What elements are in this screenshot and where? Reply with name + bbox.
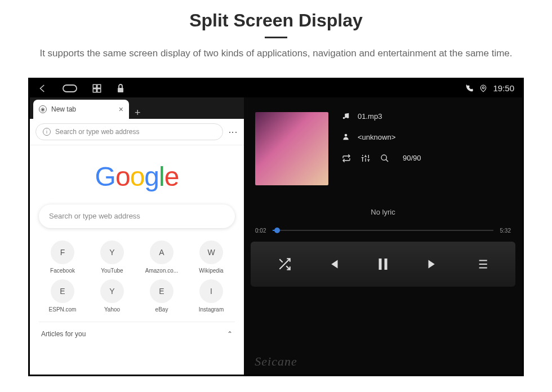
music-note-icon xyxy=(342,112,350,120)
address-bar-row: i Search or type web address ⋮ xyxy=(30,119,244,145)
page-subtitle: It supports the same screen display of t… xyxy=(0,46,552,72)
music-player-pane: 01.mp3 <unknown> xyxy=(244,97,522,375)
pause-icon[interactable] xyxy=(375,256,391,273)
shortcut-label: Amazon.co... xyxy=(145,268,178,274)
location-icon[interactable] xyxy=(479,84,487,93)
address-bar[interactable]: i Search or type web address xyxy=(35,123,223,140)
watermark: Seicane xyxy=(255,354,297,369)
svg-rect-3 xyxy=(93,88,96,92)
progress-thumb[interactable] xyxy=(274,228,280,233)
google-logo: Google xyxy=(39,161,235,192)
browser-content: Google Search or type web address FFaceb… xyxy=(30,145,244,375)
svg-rect-4 xyxy=(97,88,101,92)
search-icon[interactable] xyxy=(380,154,389,163)
shortcut-label: eBay xyxy=(155,306,168,313)
svg-point-8 xyxy=(347,117,349,119)
previous-icon[interactable] xyxy=(325,256,342,273)
artist-row: <unknown> xyxy=(342,133,511,141)
logo-char: o xyxy=(130,162,145,191)
globe-icon: ◉ xyxy=(39,105,47,113)
shortcut-icon: Y xyxy=(100,279,124,303)
shortcut-icon: Y xyxy=(100,240,124,264)
address-placeholder: Search or type web address xyxy=(55,128,139,136)
artist-name: <unknown> xyxy=(358,133,395,141)
shortcut-facebook[interactable]: FFacebook xyxy=(39,240,86,274)
search-placeholder: Search or type web address xyxy=(49,212,140,220)
shortcut-instagram[interactable]: IInstagram xyxy=(188,279,235,313)
shortcut-label: Wikipedia xyxy=(199,268,223,274)
articles-header: Articles for you ⌃ xyxy=(39,322,235,340)
page-title: Split Screen Display xyxy=(0,0,552,31)
lyric-area: No lyric xyxy=(244,191,522,228)
svg-point-9 xyxy=(345,134,348,137)
svg-rect-0 xyxy=(63,85,77,92)
svg-rect-2 xyxy=(97,84,101,88)
repeat-icon[interactable] xyxy=(342,154,351,163)
shortcuts-grid: FFacebook YYouTube AAmazon.co... WWikipe… xyxy=(39,240,235,313)
svg-rect-5 xyxy=(118,88,123,92)
playlist-icon[interactable] xyxy=(474,257,489,271)
progress-row: 0:02 5:32 xyxy=(244,228,522,238)
shortcut-ebay[interactable]: EeBay xyxy=(138,279,185,313)
chevron-up-icon[interactable]: ⌃ xyxy=(227,330,233,338)
shortcut-youtube[interactable]: YYouTube xyxy=(88,240,136,274)
device-frame: 19:50 ◉ New tab × + i Search or type web… xyxy=(28,78,524,376)
progress-slider[interactable] xyxy=(273,230,493,231)
recent-apps-icon[interactable] xyxy=(92,83,102,93)
shortcut-icon: A xyxy=(150,240,173,264)
track-name: 01.mp3 xyxy=(358,112,382,121)
logo-char: o xyxy=(115,162,130,191)
lock-icon xyxy=(117,84,124,93)
svg-rect-1 xyxy=(93,84,96,88)
search-input[interactable]: Search or type web address xyxy=(39,204,235,228)
logo-char: G xyxy=(95,162,115,191)
shortcut-icon: E xyxy=(150,279,173,303)
logo-char: l xyxy=(159,162,164,191)
phone-icon[interactable] xyxy=(465,84,474,93)
tab-title: New tab xyxy=(51,105,114,113)
svg-rect-11 xyxy=(379,259,381,270)
shortcut-label: ESPN.com xyxy=(49,306,77,313)
svg-point-10 xyxy=(381,155,386,160)
equalizer-icon[interactable] xyxy=(361,154,370,163)
shortcut-wikipedia[interactable]: WWikipedia xyxy=(188,240,235,274)
svg-rect-12 xyxy=(384,259,387,270)
logo-char: g xyxy=(144,162,159,191)
back-icon[interactable] xyxy=(38,83,48,93)
nav-buttons xyxy=(38,83,124,93)
status-right: 19:50 xyxy=(465,83,514,93)
player-options-row: 90/90 xyxy=(342,154,511,163)
browser-pane: ◉ New tab × + i Search or type web addre… xyxy=(30,97,244,375)
articles-title: Articles for you xyxy=(41,330,86,338)
logo-char: e xyxy=(164,162,179,191)
shortcut-label: Instagram xyxy=(199,306,224,313)
shortcut-amazon[interactable]: AAmazon.co... xyxy=(138,240,185,274)
shortcut-espn[interactable]: EESPN.com xyxy=(39,279,86,313)
svg-point-6 xyxy=(483,87,485,89)
next-icon[interactable] xyxy=(424,256,441,273)
shortcut-label: Yahoo xyxy=(104,306,120,313)
elapsed-time: 0:02 xyxy=(255,228,266,234)
svg-point-7 xyxy=(343,117,345,119)
close-icon[interactable]: × xyxy=(119,105,123,114)
player-controls xyxy=(251,242,515,287)
shortcut-label: Facebook xyxy=(50,268,75,274)
duration-time: 5:32 xyxy=(500,228,511,234)
status-bar: 19:50 xyxy=(30,79,522,97)
player-info-section: 01.mp3 <unknown> xyxy=(244,97,522,191)
browser-tab[interactable]: ◉ New tab × xyxy=(33,100,129,119)
shortcut-icon: E xyxy=(51,279,74,303)
shortcut-label: YouTube xyxy=(101,268,123,274)
shuffle-icon[interactable] xyxy=(277,257,292,271)
shortcut-icon: W xyxy=(199,240,223,264)
shortcut-icon: I xyxy=(199,279,223,303)
info-icon: i xyxy=(43,128,51,136)
track-count: 90/90 xyxy=(403,154,421,162)
shortcut-yahoo[interactable]: YYahoo xyxy=(88,279,136,313)
album-art xyxy=(255,112,328,185)
home-icon[interactable] xyxy=(63,84,77,92)
new-tab-button[interactable]: + xyxy=(129,107,146,119)
shortcut-icon: F xyxy=(51,240,74,264)
menu-icon[interactable]: ⋮ xyxy=(228,128,238,136)
title-underline xyxy=(265,37,287,38)
